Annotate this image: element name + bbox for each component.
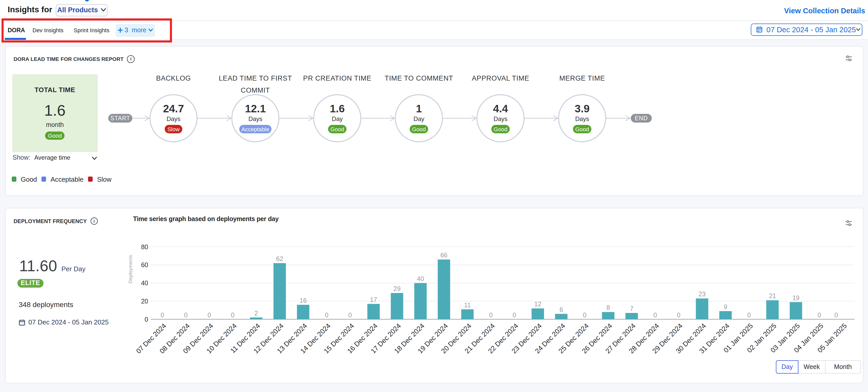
svg-text:8: 8 — [606, 304, 610, 311]
svg-text:60: 60 — [141, 261, 148, 268]
svg-text:Good: Good — [412, 126, 426, 132]
svg-text:Deployments: Deployments — [127, 255, 133, 283]
svg-text:0: 0 — [677, 311, 680, 319]
svg-text:1: 1 — [415, 102, 422, 114]
svg-text:0: 0 — [231, 311, 235, 319]
svg-text:0: 0 — [834, 311, 838, 319]
svg-text:17: 17 — [370, 296, 377, 303]
svg-text:Slow: Slow — [167, 126, 179, 132]
svg-text:21: 21 — [769, 292, 776, 299]
svg-text:62: 62 — [276, 255, 283, 262]
svg-text:LEAD TIME TO FIRST: LEAD TIME TO FIRST — [219, 74, 292, 82]
svg-text:Days: Days — [166, 115, 180, 122]
svg-text:9: 9 — [723, 303, 727, 310]
svg-text:Good: Good — [493, 126, 507, 132]
svg-text:Good: Good — [575, 126, 589, 132]
svg-text:Day: Day — [332, 115, 343, 122]
svg-text:0: 0 — [489, 311, 492, 319]
svg-text:20: 20 — [141, 298, 148, 305]
svg-text:80: 80 — [141, 243, 148, 250]
svg-text:0: 0 — [160, 311, 164, 319]
svg-text:40: 40 — [141, 279, 148, 287]
svg-text:Good: Good — [330, 126, 344, 132]
svg-text:19: 19 — [792, 294, 799, 301]
svg-text:24.7: 24.7 — [163, 102, 184, 114]
svg-text:0: 0 — [817, 311, 821, 319]
svg-text:16: 16 — [300, 297, 307, 304]
svg-text:0: 0 — [348, 311, 351, 319]
svg-text:7: 7 — [630, 305, 633, 312]
svg-text:40: 40 — [416, 275, 424, 282]
svg-text:4.4: 4.4 — [493, 102, 508, 114]
svg-text:0: 0 — [583, 311, 586, 319]
svg-text:66: 66 — [440, 251, 447, 259]
svg-text:12: 12 — [534, 300, 541, 307]
svg-text:TIME TO COMMENT: TIME TO COMMENT — [384, 74, 453, 82]
svg-text:3.9: 3.9 — [575, 102, 589, 114]
svg-text:1.6: 1.6 — [330, 102, 344, 114]
svg-text:2: 2 — [254, 310, 258, 317]
svg-text:23: 23 — [698, 291, 706, 298]
svg-text:0: 0 — [207, 311, 211, 319]
svg-text:BACKLOG: BACKLOG — [156, 74, 191, 82]
svg-text:0: 0 — [184, 311, 187, 319]
svg-text:0: 0 — [144, 316, 148, 323]
svg-text:Day: Day — [413, 115, 424, 122]
svg-text:APPROVAL TIME: APPROVAL TIME — [472, 74, 529, 82]
svg-text:0: 0 — [512, 311, 516, 319]
svg-text:Days: Days — [248, 115, 262, 122]
svg-text:COMMIT: COMMIT — [241, 86, 270, 94]
svg-text:29: 29 — [393, 285, 401, 292]
svg-text:0: 0 — [747, 311, 750, 319]
svg-text:12.1: 12.1 — [245, 102, 266, 114]
svg-text:MERGE TIME: MERGE TIME — [559, 74, 605, 82]
svg-text:6: 6 — [559, 306, 563, 313]
svg-text:Days: Days — [493, 115, 507, 122]
svg-text:Days: Days — [575, 115, 589, 122]
svg-text:0: 0 — [653, 311, 657, 319]
svg-text:PR CREATION TIME: PR CREATION TIME — [303, 74, 371, 82]
svg-text:END: END — [634, 115, 648, 121]
svg-text:11: 11 — [464, 301, 471, 309]
svg-text:0: 0 — [324, 311, 328, 319]
svg-text:START: START — [110, 115, 130, 121]
svg-text:Acceptable: Acceptable — [241, 126, 269, 132]
